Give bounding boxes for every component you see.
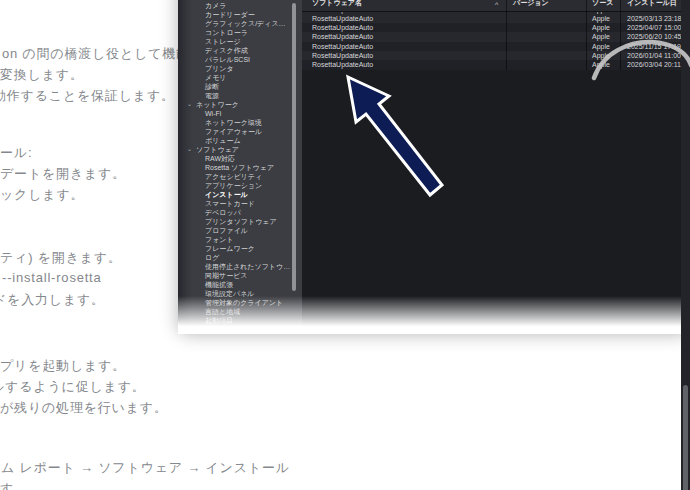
- sidebar-item-frameworks[interactable]: フレームワーク: [178, 244, 302, 253]
- table-row[interactable]: RosettaUpdateAuto Apple 2026/01/04 11:00: [302, 51, 690, 60]
- sidebar-item-diagnostics[interactable]: 診断: [178, 82, 302, 91]
- sidebar-item-card-reader[interactable]: カードリーダー: [178, 10, 302, 19]
- table-row[interactable]: RosettaUpdateAuto Apple 2025/11/15 17:19: [302, 42, 690, 51]
- sidebar-item-logs[interactable]: ログ: [178, 253, 302, 262]
- cell-software-name: RosettaUpdateAuto: [312, 32, 373, 41]
- page-scrollbar[interactable]: [683, 385, 688, 490]
- document-line: 動作することを保証します。: [0, 87, 175, 105]
- document-line: ール:: [0, 144, 32, 162]
- table-row[interactable]: RosettaUpdateAuto Apple 2025/04/07 15:00: [302, 23, 690, 32]
- sort-ascending-icon: ^: [495, 1, 498, 8]
- sidebar-item-fonts[interactable]: フォント: [178, 235, 302, 244]
- page: on の間の橋渡し役として機能しま 変換します。 動作することを保証します。 ー…: [0, 0, 690, 490]
- cell-install-date: 2025/06/20 10:45: [627, 32, 682, 41]
- document-breadcrumb-path: ム レポート → ソフトウェア → インストール: [1, 459, 290, 477]
- cell-software-name: RosettaUpdateAuto: [312, 14, 373, 23]
- cell-software-name: RosettaUpdateAuto: [312, 42, 373, 51]
- sidebar-item-legacy-software[interactable]: 使用停止されたソフトウ…: [178, 262, 302, 271]
- sidebar-item-printer-software[interactable]: プリンタソフトウェア: [178, 217, 302, 226]
- sidebar-item-disc-burning[interactable]: ディスク作成: [178, 46, 302, 55]
- document-line: 変換します。: [0, 66, 84, 84]
- cell-install-date: 2025/11/15 17:19: [627, 42, 681, 51]
- column-header-version[interactable]: バージョン: [513, 0, 549, 8]
- sidebar-item-developer[interactable]: デベロッパ: [178, 208, 302, 217]
- screenshot-bottom-fade: [178, 296, 690, 334]
- right-edge-panel: [681, 0, 690, 490]
- sidebar-item-camera[interactable]: カメラ: [178, 1, 302, 10]
- sidebar-item-power[interactable]: 電源: [178, 91, 302, 100]
- sidebar-item-profiles[interactable]: プロファイル: [178, 226, 302, 235]
- sidebar-list: カメラ カードリーダー グラフィックス/ディス… コントローラ ストレージ ディ…: [178, 1, 302, 325]
- sidebar-item-memory[interactable]: メモリ: [178, 73, 302, 82]
- document-line: ティ) を開きます。: [0, 249, 122, 267]
- document-line: ルするように促します。: [0, 378, 146, 396]
- document-line: す。: [0, 480, 28, 490]
- sidebar-group-label: ソフトウェア: [196, 146, 239, 153]
- table-rows: RosettaUpdateAuto Apple 2025/03/08 23:07…: [302, 5, 690, 70]
- column-header-source[interactable]: ソース: [592, 0, 613, 8]
- document-line-command: --install-rosetta: [2, 270, 102, 285]
- document-line: ドを入力します。: [0, 291, 105, 309]
- cell-source: Apple: [592, 14, 610, 23]
- sidebar-item-accessibility[interactable]: アクセシビリティ: [178, 172, 302, 181]
- table-row[interactable]: RosettaUpdateAuto Apple 2025/03/13 23:18: [302, 14, 690, 23]
- cell-source: Apple: [592, 42, 610, 51]
- cell-source: Apple: [592, 51, 610, 60]
- sidebar-item-sync-services[interactable]: 同期サービス: [178, 271, 302, 280]
- document-line: デートを開きます。: [0, 165, 126, 183]
- table-row[interactable]: RosettaUpdateAuto Apple 2026/03/04 20:11: [302, 60, 690, 69]
- sidebar-item-raw-support[interactable]: RAW対応: [178, 154, 302, 163]
- cell-install-date: 2025/03/13 23:18: [627, 14, 682, 23]
- sidebar-group-label: ネットワーク: [196, 101, 239, 108]
- sidebar-group-software[interactable]: ⌄ ソフトウェア: [178, 145, 302, 154]
- document-line: が残りの処理を行います。: [0, 399, 168, 417]
- cell-install-date: 2025/04/07 15:00: [627, 23, 682, 32]
- header-divider: [302, 11, 690, 12]
- sidebar-item-graphics-displays[interactable]: グラフィックス/ディス…: [178, 19, 302, 28]
- cell-source: Apple: [592, 60, 610, 69]
- sidebar-item-storage[interactable]: ストレージ: [178, 37, 302, 46]
- sidebar-item-controllers[interactable]: コントローラ: [178, 28, 302, 37]
- sidebar-item-locations[interactable]: ネットワーク環境: [178, 118, 302, 127]
- sidebar-scrollbar[interactable]: [292, 3, 296, 291]
- sidebar-item-wifi[interactable]: Wi-Fi: [178, 109, 302, 118]
- sidebar-item-smartcards[interactable]: スマートカード: [178, 199, 302, 208]
- system-information-window: カメラ カードリーダー グラフィックス/ディス… コントローラ ストレージ ディ…: [178, 0, 690, 330]
- cell-install-date: 2026/01/04 11:00: [627, 51, 681, 60]
- sidebar-item-applications[interactable]: アプリケーション: [178, 181, 302, 190]
- cell-software-name: RosettaUpdateAuto: [312, 60, 373, 69]
- sidebar-item-parallel-scsi[interactable]: パラレルSCSI: [178, 55, 302, 64]
- sidebar-item-extensions[interactable]: 機能拡張: [178, 280, 302, 289]
- column-header-install-date[interactable]: インストール日: [627, 0, 677, 8]
- sidebar-item-rosetta-software[interactable]: Rosetta ソフトウェア: [178, 163, 302, 172]
- cell-software-name: RosettaUpdateAuto: [312, 23, 373, 32]
- cell-source: Apple: [592, 23, 610, 32]
- chevron-down-icon: ⌄: [187, 100, 192, 109]
- sidebar-item-printers[interactable]: プリンタ: [178, 64, 302, 73]
- cell-install-date: 2026/03/04 20:11: [627, 60, 681, 69]
- sidebar-item-firewall[interactable]: ファイアウォール: [178, 127, 302, 136]
- document-line: プリを起動します。: [0, 357, 126, 375]
- installations-table: ソフトウェア名 ^ バージョン ソース インストール日 RosettaUpdat…: [302, 0, 690, 330]
- document-line: ックします。: [0, 186, 84, 204]
- chevron-down-icon: ⌄: [187, 145, 192, 154]
- column-header-software-name[interactable]: ソフトウェア名: [312, 0, 362, 8]
- sidebar-group-network[interactable]: ⌄ ネットワーク: [178, 100, 302, 109]
- sidebar: カメラ カードリーダー グラフィックス/ディス… コントローラ ストレージ ディ…: [178, 0, 303, 330]
- cell-source: Apple: [592, 32, 610, 41]
- sidebar-item-installations-selected[interactable]: インストール: [178, 190, 302, 199]
- sidebar-item-volumes[interactable]: ボリューム: [178, 136, 302, 145]
- cell-software-name: RosettaUpdateAuto: [312, 51, 373, 60]
- table-row[interactable]: RosettaUpdateAuto Apple 2025/06/20 10:45: [302, 32, 690, 41]
